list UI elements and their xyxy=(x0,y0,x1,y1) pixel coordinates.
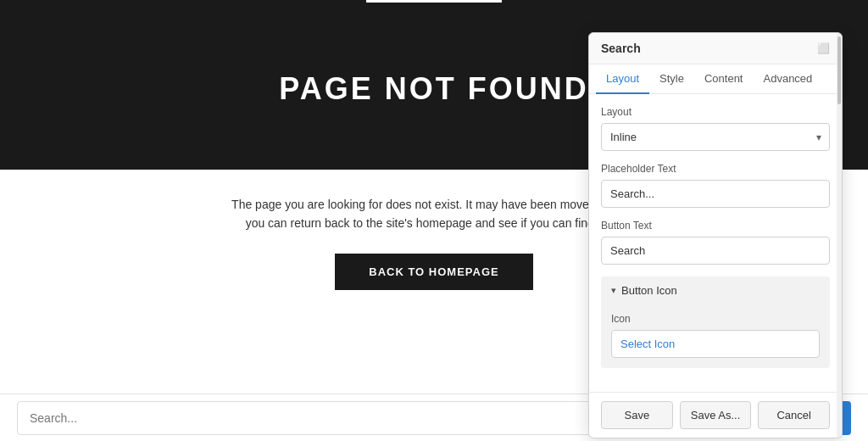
tab-content[interactable]: Content xyxy=(694,64,754,94)
cancel-button[interactable]: Cancel xyxy=(758,401,830,429)
layout-select-wrapper: Inline Block Flex ▾ xyxy=(601,123,830,151)
panel-body: Layout Inline Block Flex ▾ Placeholder T… xyxy=(589,94,842,392)
panel-tabs: Layout Style Content Advanced xyxy=(589,64,842,94)
layout-select[interactable]: Inline Block Flex xyxy=(601,123,830,151)
tab-style[interactable]: Style xyxy=(649,64,694,94)
page-background: PAGE NOT FOUND The page you are looking … xyxy=(0,0,868,441)
back-to-homepage-button[interactable]: BACK TO HOMEPAGE xyxy=(335,254,532,290)
tab-advanced[interactable]: Advanced xyxy=(754,64,823,94)
icon-label: Icon xyxy=(611,313,820,325)
search-panel: Search Layout Style Content Advanced Lay… xyxy=(588,32,843,438)
select-icon-link[interactable]: Select Icon xyxy=(611,330,820,358)
button-icon-section-label: Button Icon xyxy=(621,284,677,297)
panel-collapse-icon[interactable] xyxy=(816,42,830,55)
button-text-input[interactable] xyxy=(601,237,830,265)
panel-scrollbar[interactable] xyxy=(837,33,842,438)
layout-label: Layout xyxy=(601,106,830,118)
save-button[interactable]: Save xyxy=(601,401,673,429)
panel-title: Search xyxy=(601,42,641,55)
placeholder-text-input[interactable] xyxy=(601,180,830,208)
top-line-decoration xyxy=(366,0,502,3)
panel-footer: Save Save As... Cancel xyxy=(589,392,842,438)
panel-scrollbar-thumb xyxy=(837,36,841,104)
button-icon-section-header[interactable]: ▾ Button Icon xyxy=(601,276,830,304)
page-title: PAGE NOT FOUND xyxy=(279,71,588,107)
panel-header: Search xyxy=(589,33,842,64)
button-text-label: Button Text xyxy=(601,220,830,232)
button-icon-body: Icon Select Icon xyxy=(601,304,830,368)
tab-layout[interactable]: Layout xyxy=(596,64,649,94)
chevron-down-icon: ▾ xyxy=(611,285,616,296)
placeholder-text-label: Placeholder Text xyxy=(601,163,830,175)
save-as-button[interactable]: Save As... xyxy=(680,401,752,429)
button-icon-section: ▾ Button Icon Icon Select Icon xyxy=(601,276,830,368)
